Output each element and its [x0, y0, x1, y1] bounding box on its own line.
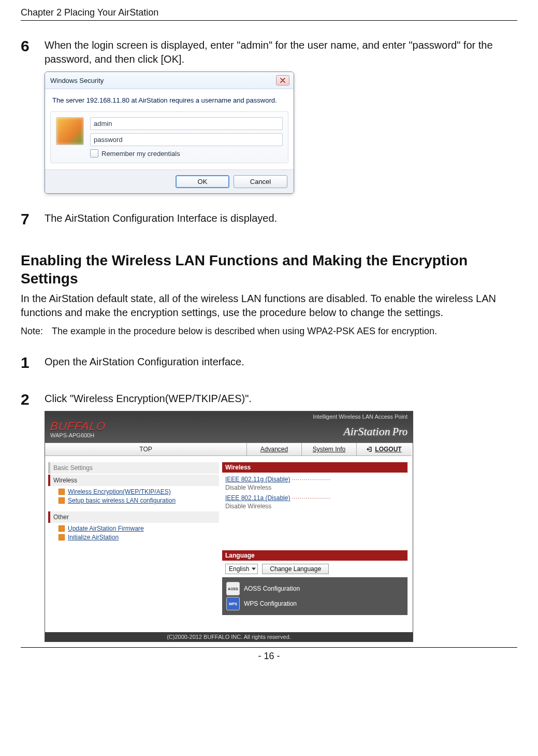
close-icon [280, 78, 285, 83]
list-item: Initialize AirStation [59, 534, 219, 541]
language-select[interactable]: English [225, 564, 258, 574]
dialog-close-button[interactable] [276, 75, 289, 85]
panel-language-title: Language [222, 550, 408, 561]
language-value: English [229, 565, 249, 573]
status-a: Disable Wireless [225, 503, 406, 510]
airstation-pro-text: Pro [392, 426, 408, 437]
checkbox-icon [90, 149, 98, 158]
airstation-footer: (C)2000-2012 BUFFALO INC. All rights res… [45, 632, 413, 641]
dotline-icon: ···················· [292, 495, 331, 501]
link-ieee80211a[interactable]: IEEE 802.11a (Disable) [225, 494, 290, 502]
chapter-header: Chapter 2 Placing Your AirStation [21, 0, 517, 21]
step-text: Open the AirStation Configuration interf… [45, 355, 517, 369]
remember-credentials-checkbox[interactable]: Remember my credentials [90, 149, 283, 158]
step-text: The AirStation Configuration Interface i… [45, 211, 517, 225]
step-1: 1 Open the AirStation Configuration inte… [21, 355, 517, 374]
airstation-interface: Intelligent Wireless LAN Access Point BU… [45, 411, 413, 642]
tab-logout-label: LOGOUT [375, 446, 401, 453]
group-basic-settings: Basic Settings [48, 462, 219, 474]
group-other: Other [48, 511, 219, 523]
dotline-icon: ···················· [292, 477, 331, 482]
dialog-message: The server 192.168.11.80 at AirStation r… [45, 89, 294, 108]
aoss-icon: AOSS [226, 582, 240, 595]
status-g: Disable Wireless [225, 484, 406, 491]
bullet-icon [59, 497, 65, 504]
link-initialize-airstation[interactable]: Initialize AirStation [68, 534, 119, 541]
tab-sysinfo-label: System Info [313, 446, 345, 453]
bullet-icon [59, 489, 65, 495]
step-text: Click "Wireless Encryption(WEP/TKIP/AES)… [45, 392, 517, 406]
password-field[interactable] [90, 133, 283, 146]
step-number: 2 [21, 392, 45, 407]
credentials-image [56, 117, 84, 145]
section-intro: In the AirStation default state, all of … [21, 292, 517, 320]
panel-wireless-title: Wireless [222, 462, 408, 473]
link-aoss-configuration[interactable]: AOSS Configuration [244, 585, 300, 592]
note-label: Note: [21, 325, 52, 337]
change-language-button[interactable]: Change Language [262, 564, 329, 574]
airstation-label-text: AirStation [343, 425, 390, 438]
note-body: The example in the procedure below is de… [52, 325, 517, 337]
link-update-firmware[interactable]: Update AirStation Firmware [68, 525, 144, 532]
link-wireless-encryption[interactable]: Wireless Encryption(WEP/TKIP/AES) [68, 488, 171, 495]
step-7: 7 The AirStation Configuration Interface… [21, 211, 517, 231]
logout-icon [367, 446, 373, 452]
bullet-icon [59, 534, 65, 540]
step-number: 6 [21, 38, 45, 54]
group-wireless: Wireless [48, 475, 219, 486]
link-ieee80211g[interactable]: IEEE 802.11g (Disable) [225, 476, 290, 483]
list-item: Update AirStation Firmware [59, 525, 219, 532]
tab-logout[interactable]: LOGOUT [357, 443, 412, 456]
tab-top[interactable]: TOP [45, 443, 247, 456]
cancel-button[interactable]: Cancel [234, 175, 287, 188]
chevron-down-icon [252, 568, 256, 570]
tab-bar: TOP Advanced System Info LOGOUT [45, 443, 413, 456]
tab-advanced[interactable]: Advanced [247, 443, 302, 456]
step-2: 2 Click "Wireless Encryption(WEP/TKIP/AE… [21, 392, 517, 642]
step-number: 7 [21, 211, 45, 227]
buffalo-logo: BUFFALO [50, 420, 107, 433]
tab-system-info[interactable]: System Info [302, 443, 357, 456]
link-wps-configuration[interactable]: WPS Configuration [244, 600, 297, 607]
list-item: Setup basic wireless LAN configuration [59, 497, 219, 504]
model-label: WAPS-APG600H [50, 432, 106, 438]
wps-icon: WPS [226, 597, 240, 610]
list-item: Wireless Encryption(WEP/TKIP/AES) [59, 488, 219, 495]
bullet-icon [59, 525, 65, 532]
ok-button[interactable]: OK [176, 175, 229, 188]
dialog-title: Windows Security [50, 77, 104, 84]
step-number: 1 [21, 355, 45, 370]
tagline: Intelligent Wireless LAN Access Point [50, 413, 408, 420]
windows-security-dialog: Windows Security The server 192.168.11.8… [45, 72, 294, 194]
airstation-logo: AirStationPro [343, 425, 408, 438]
tab-advanced-label: Advanced [260, 446, 288, 453]
username-field[interactable] [90, 117, 283, 130]
step-text: When the login screen is displayed, ente… [45, 38, 517, 66]
section-title: Enabling the Wireless LAN Functions and … [21, 251, 517, 288]
step-6: 6 When the login screen is displayed, en… [21, 38, 517, 194]
page-number: - 16 - [21, 647, 517, 669]
link-setup-basic-wireless[interactable]: Setup basic wireless LAN configuration [68, 497, 176, 504]
remember-label: Remember my credentials [101, 150, 180, 158]
